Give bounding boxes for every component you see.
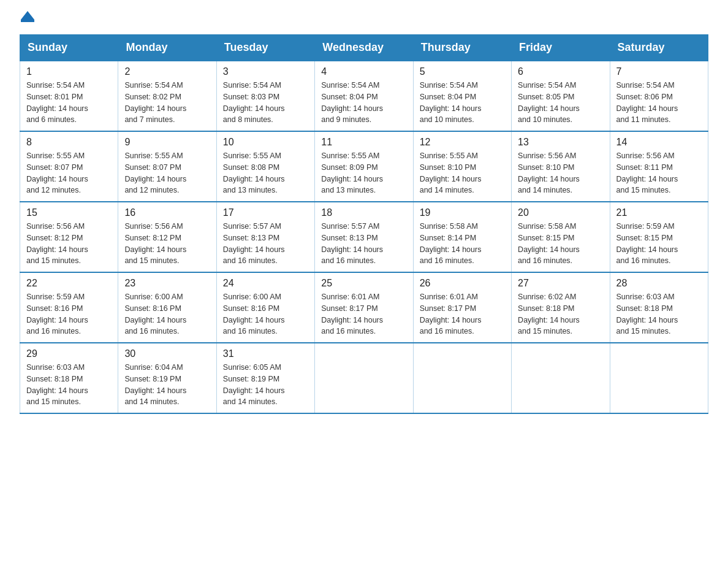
day-info: Sunrise: 5:55 AM Sunset: 8:10 PM Dayligh… xyxy=(420,151,482,194)
day-info: Sunrise: 6:02 AM Sunset: 8:18 PM Dayligh… xyxy=(518,293,580,335)
calendar-cell: 10 Sunrise: 5:55 AM Sunset: 8:08 PM Dayl… xyxy=(216,131,314,202)
day-info: Sunrise: 5:59 AM Sunset: 8:15 PM Dayligh… xyxy=(616,222,678,265)
day-number: 31 xyxy=(223,348,308,359)
calendar-cell: 2 Sunrise: 5:54 AM Sunset: 8:02 PM Dayli… xyxy=(118,61,216,131)
col-header-wednesday: Wednesday xyxy=(315,35,413,61)
calendar-cell: 20 Sunrise: 5:58 AM Sunset: 8:15 PM Dayl… xyxy=(512,202,610,272)
calendar-cell: 21 Sunrise: 5:59 AM Sunset: 8:15 PM Dayl… xyxy=(610,202,708,272)
logo-flag-icon xyxy=(21,11,34,22)
day-info: Sunrise: 5:56 AM Sunset: 8:10 PM Dayligh… xyxy=(518,151,580,194)
calendar-cell: 14 Sunrise: 5:56 AM Sunset: 8:11 PM Dayl… xyxy=(610,131,708,202)
day-number: 21 xyxy=(616,207,702,218)
calendar-cell: 1 Sunrise: 5:54 AM Sunset: 8:01 PM Dayli… xyxy=(20,61,118,131)
day-info: Sunrise: 5:55 AM Sunset: 8:08 PM Dayligh… xyxy=(223,151,285,194)
calendar-cell: 17 Sunrise: 5:57 AM Sunset: 8:13 PM Dayl… xyxy=(216,202,314,272)
day-number: 17 xyxy=(223,207,308,218)
day-info: Sunrise: 5:57 AM Sunset: 8:13 PM Dayligh… xyxy=(321,222,383,265)
day-number: 30 xyxy=(124,348,210,359)
day-info: Sunrise: 6:04 AM Sunset: 8:19 PM Dayligh… xyxy=(124,363,186,406)
col-header-saturday: Saturday xyxy=(610,35,708,61)
day-info: Sunrise: 5:59 AM Sunset: 8:16 PM Dayligh… xyxy=(26,293,88,335)
day-number: 7 xyxy=(616,66,702,77)
day-number: 26 xyxy=(420,278,505,289)
day-number: 5 xyxy=(420,66,505,77)
day-info: Sunrise: 5:56 AM Sunset: 8:12 PM Dayligh… xyxy=(124,222,186,265)
col-header-tuesday: Tuesday xyxy=(216,35,314,61)
day-number: 29 xyxy=(26,348,112,359)
calendar-cell: 23 Sunrise: 6:00 AM Sunset: 8:16 PM Dayl… xyxy=(118,272,216,343)
col-header-monday: Monday xyxy=(118,35,216,61)
day-info: Sunrise: 5:54 AM Sunset: 8:03 PM Dayligh… xyxy=(223,81,285,124)
day-info: Sunrise: 5:56 AM Sunset: 8:11 PM Dayligh… xyxy=(616,151,678,194)
day-info: Sunrise: 5:54 AM Sunset: 8:01 PM Dayligh… xyxy=(26,81,88,124)
calendar-week-row: 29 Sunrise: 6:03 AM Sunset: 8:18 PM Dayl… xyxy=(20,343,708,413)
day-info: Sunrise: 6:01 AM Sunset: 8:17 PM Dayligh… xyxy=(420,293,482,335)
day-number: 18 xyxy=(321,207,406,218)
calendar-cell xyxy=(610,343,708,413)
day-info: Sunrise: 6:05 AM Sunset: 8:19 PM Dayligh… xyxy=(223,363,285,406)
day-number: 24 xyxy=(223,278,308,289)
day-info: Sunrise: 5:58 AM Sunset: 8:14 PM Dayligh… xyxy=(420,222,482,265)
day-number: 4 xyxy=(321,66,406,77)
col-header-friday: Friday xyxy=(512,35,610,61)
day-number: 11 xyxy=(321,137,406,148)
calendar-cell: 31 Sunrise: 6:05 AM Sunset: 8:19 PM Dayl… xyxy=(216,343,314,413)
day-number: 12 xyxy=(420,137,505,148)
col-header-sunday: Sunday xyxy=(20,35,118,61)
day-info: Sunrise: 6:01 AM Sunset: 8:17 PM Dayligh… xyxy=(321,293,383,335)
calendar-cell: 25 Sunrise: 6:01 AM Sunset: 8:17 PM Dayl… xyxy=(315,272,413,343)
calendar-cell: 15 Sunrise: 5:56 AM Sunset: 8:12 PM Dayl… xyxy=(20,202,118,272)
calendar-cell: 27 Sunrise: 6:02 AM Sunset: 8:18 PM Dayl… xyxy=(512,272,610,343)
calendar-cell xyxy=(315,343,413,413)
day-info: Sunrise: 5:54 AM Sunset: 8:04 PM Dayligh… xyxy=(321,81,383,124)
calendar-cell: 6 Sunrise: 5:54 AM Sunset: 8:05 PM Dayli… xyxy=(512,61,610,131)
day-info: Sunrise: 6:03 AM Sunset: 8:18 PM Dayligh… xyxy=(26,363,88,406)
day-number: 8 xyxy=(26,137,112,148)
day-info: Sunrise: 5:54 AM Sunset: 8:04 PM Dayligh… xyxy=(420,81,482,124)
day-info: Sunrise: 6:03 AM Sunset: 8:18 PM Dayligh… xyxy=(616,293,678,335)
calendar-cell: 22 Sunrise: 5:59 AM Sunset: 8:16 PM Dayl… xyxy=(20,272,118,343)
calendar-cell: 7 Sunrise: 5:54 AM Sunset: 8:06 PM Dayli… xyxy=(610,61,708,131)
calendar-week-row: 15 Sunrise: 5:56 AM Sunset: 8:12 PM Dayl… xyxy=(20,202,708,272)
day-info: Sunrise: 5:54 AM Sunset: 8:02 PM Dayligh… xyxy=(124,81,186,124)
calendar-cell: 16 Sunrise: 5:56 AM Sunset: 8:12 PM Dayl… xyxy=(118,202,216,272)
day-number: 3 xyxy=(223,66,308,77)
day-info: Sunrise: 5:54 AM Sunset: 8:06 PM Dayligh… xyxy=(616,81,678,124)
calendar-cell: 3 Sunrise: 5:54 AM Sunset: 8:03 PM Dayli… xyxy=(216,61,314,131)
day-info: Sunrise: 6:00 AM Sunset: 8:16 PM Dayligh… xyxy=(223,293,285,335)
calendar-cell: 19 Sunrise: 5:58 AM Sunset: 8:14 PM Dayl… xyxy=(413,202,511,272)
calendar-cell xyxy=(512,343,610,413)
day-number: 22 xyxy=(26,278,112,289)
day-info: Sunrise: 6:00 AM Sunset: 8:16 PM Dayligh… xyxy=(124,293,186,335)
day-number: 1 xyxy=(26,66,112,77)
calendar-cell: 29 Sunrise: 6:03 AM Sunset: 8:18 PM Dayl… xyxy=(20,343,118,413)
calendar-cell: 30 Sunrise: 6:04 AM Sunset: 8:19 PM Dayl… xyxy=(118,343,216,413)
day-number: 16 xyxy=(124,207,210,218)
day-number: 23 xyxy=(124,278,210,289)
day-number: 10 xyxy=(223,137,308,148)
calendar-cell: 8 Sunrise: 5:55 AM Sunset: 8:07 PM Dayli… xyxy=(20,131,118,202)
day-info: Sunrise: 5:56 AM Sunset: 8:12 PM Dayligh… xyxy=(26,222,88,265)
calendar-cell: 4 Sunrise: 5:54 AM Sunset: 8:04 PM Dayli… xyxy=(315,61,413,131)
day-number: 20 xyxy=(518,207,603,218)
calendar-cell: 11 Sunrise: 5:55 AM Sunset: 8:09 PM Dayl… xyxy=(315,131,413,202)
calendar-cell xyxy=(413,343,511,413)
calendar-week-row: 8 Sunrise: 5:55 AM Sunset: 8:07 PM Dayli… xyxy=(20,131,708,202)
calendar-week-row: 1 Sunrise: 5:54 AM Sunset: 8:01 PM Dayli… xyxy=(20,61,708,131)
day-number: 2 xyxy=(124,66,210,77)
day-number: 28 xyxy=(616,278,702,289)
col-header-thursday: Thursday xyxy=(413,35,511,61)
day-info: Sunrise: 5:55 AM Sunset: 8:07 PM Dayligh… xyxy=(26,151,88,194)
calendar-week-row: 22 Sunrise: 5:59 AM Sunset: 8:16 PM Dayl… xyxy=(20,272,708,343)
day-number: 14 xyxy=(616,137,702,148)
calendar-cell: 28 Sunrise: 6:03 AM Sunset: 8:18 PM Dayl… xyxy=(610,272,708,343)
day-number: 25 xyxy=(321,278,406,289)
day-info: Sunrise: 5:58 AM Sunset: 8:15 PM Dayligh… xyxy=(518,222,580,265)
day-number: 6 xyxy=(518,66,603,77)
day-number: 9 xyxy=(124,137,210,148)
calendar-cell: 9 Sunrise: 5:55 AM Sunset: 8:07 PM Dayli… xyxy=(118,131,216,202)
day-info: Sunrise: 5:57 AM Sunset: 8:13 PM Dayligh… xyxy=(223,222,285,265)
calendar-cell: 12 Sunrise: 5:55 AM Sunset: 8:10 PM Dayl… xyxy=(413,131,511,202)
page-header xyxy=(20,15,708,22)
logo xyxy=(20,15,34,22)
